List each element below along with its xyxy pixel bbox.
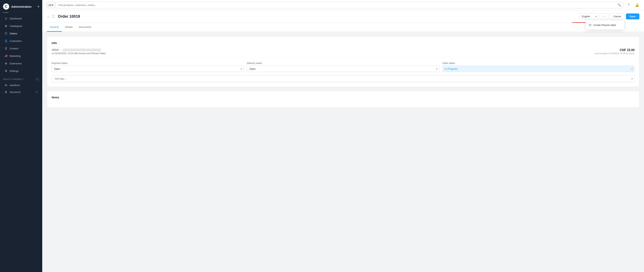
tab-general[interactable]: General [47,23,62,32]
sidebar-item-label: Dashboard [10,17,22,20]
sidebar-bar [3,12,8,13]
tags-input-wrapper: ▾ [52,75,634,82]
sidebar-item-customers[interactable]: 👤 Customers [1,37,41,44]
storefront-icon: 🖥 [4,90,8,94]
content-body: Info 10019 - on 02/10/2024, 13:33 with I… [42,32,644,112]
back-icon: ‹ [48,15,48,18]
tab-details[interactable]: Details [62,23,76,32]
order-number: 10019 [52,48,58,51]
add-sales-channel-button[interactable]: + [36,78,39,81]
page-content: ‹ ☐ Order 10019 English ··· Cancel Save [42,10,644,272]
order-status-select[interactable]: In Progress [442,66,634,72]
search-container: All ▾ 🔍 [46,2,624,8]
create-planzer-label-item[interactable]: 🏷 Create Planzer label [586,22,624,28]
create-planzer-label-text: Create Planzer label [593,24,616,26]
marketing-icon: 📣 [4,54,8,58]
bookmark-button[interactable]: ☐ [51,14,56,20]
main-area: All ▾ 🔍 ? 🔔 ‹ ☐ [42,0,644,272]
page-header: ‹ ☐ Order 10019 English ··· Cancel Save [42,10,644,23]
customers-icon: 👤 [4,39,8,43]
app-title: Administration [11,5,36,8]
payment-status-select[interactable]: Open [52,66,244,72]
help-icon: ? [628,3,630,7]
topbar: All ▾ 🔍 ? 🔔 [42,0,644,10]
delivery-status-field: Delivery status Open [247,62,439,72]
sidebar-item-headless[interactable]: 🛍 Headless [1,82,41,88]
sales-channels-section: Sales Channels + [0,75,42,82]
tags-input[interactable] [52,75,634,82]
order-info-left: 10019 - on 02/10/2024, 13:33 with Invoic… [52,48,106,55]
label-icon: 🏷 [589,24,592,26]
language-select[interactable]: English [579,14,598,20]
sidebar-item-label: Orders [10,32,17,35]
sidebar-item-label: Marketing [10,54,20,58]
order-info-right: CHF 15.00 Last changed: 10/10/2024, 07:4… [594,48,634,54]
settings-icon: ⚙ [4,69,8,72]
eye-icon: 👁 [36,91,38,94]
status-dot [38,6,39,7]
status-row: Payment status Open Delivery status Open [52,62,634,72]
headless-label: Headless [10,84,20,87]
back-button[interactable]: ‹ [47,14,49,19]
tab-documents[interactable]: Documents [76,23,94,32]
delivery-status-select[interactable]: Open [247,66,439,72]
sidebar-item-orders[interactable]: ☐ Orders [1,30,41,37]
info-card: Info 10019 - on 02/10/2024, 13:33 with I… [47,36,640,87]
page-title: Order 10019 [58,14,80,19]
order-last-changed: Last changed: 10/10/2024, 07:40 by admin [594,52,634,54]
order-blurred-info [62,48,101,51]
extensions-icon: ⊕ [4,62,8,65]
order-info-row: 10019 - on 02/10/2024, 13:33 with Invoic… [52,48,634,58]
order-status-label: Order status [442,62,634,64]
language-select-wrapper: English [579,14,598,20]
more-button[interactable]: ··· [600,14,608,20]
items-card: Items [47,91,640,108]
payment-status-label: Payment status [52,62,244,64]
order-number-line: 10019 - [52,48,106,51]
sidebar-item-content[interactable]: ☰ Content [1,45,41,52]
sidebar-item-label: Catalogues [10,24,22,28]
page-header-left: ‹ ☐ [47,14,56,20]
order-status-field: Order status In Progress [442,62,634,72]
sidebar-item-label: Customers [10,40,22,42]
catalogues-icon: ⊞ [4,24,8,28]
sidebar-item-extensions[interactable]: ⊕ Extensions [1,60,41,67]
items-card-title: Items [52,96,634,99]
app-logo: C [3,4,9,10]
sidebar-item-settings[interactable]: ⚙ Settings [1,67,41,74]
sidebar-nav: ⊙ Dashboard ⊞ Catalogues ☐ Orders 👤 Cust… [0,14,42,75]
bookmark-icon: ☐ [52,14,55,18]
sidebar-item-label: Settings [10,70,18,72]
sidebar-item-catalogues[interactable]: ⊞ Catalogues [1,22,41,30]
help-button[interactable]: ? [626,2,632,8]
tabs-bar: General Details Documents [42,23,644,32]
sidebar-header: C Administration [0,0,42,12]
order-sub-text: on 02/10/2024, 13:33 with Invoice and Pl… [52,52,106,55]
sidebar: C Administration ⊙ Dashboard ⊞ Catalogue… [0,0,42,272]
delivery-status-select-wrapper: Open [247,66,439,72]
order-amount: CHF 15.00 [594,48,634,52]
topbar-right: ? 🔔 [626,2,640,8]
search-input[interactable] [56,2,615,8]
save-button[interactable]: Save [626,14,640,20]
cancel-button[interactable]: Cancel [610,13,624,20]
sidebar-item-marketing[interactable]: 📣 Marketing [1,52,41,60]
page-header-actions: English ··· Cancel Save 🏷 Create Planzer… [579,13,640,20]
chevron-down-icon: ▾ [52,4,54,6]
sidebar-item-storefront[interactable]: 🖥 Storefront 👁 [1,89,41,95]
payment-status-select-wrapper: Open [52,66,244,72]
sidebar-item-label: Extensions [10,62,22,65]
storefront-label: Storefront [10,91,20,94]
search-icon: 🔍 [618,3,621,6]
sidebar-item-label: Content [10,47,18,50]
search-filter-button[interactable]: All ▾ [46,2,56,8]
dashboard-icon: ⊙ [4,17,8,20]
search-submit-button[interactable]: 🔍 [615,2,624,8]
orders-icon: ☐ [4,32,8,35]
notifications-button[interactable]: 🔔 [634,2,640,8]
sidebar-item-dashboard[interactable]: ⊙ Dashboard [1,15,41,22]
headless-icon: 🛍 [4,83,8,87]
info-card-title: Info [52,41,634,44]
content-icon: ☰ [4,47,8,50]
order-status-select-wrapper: In Progress [442,66,634,72]
